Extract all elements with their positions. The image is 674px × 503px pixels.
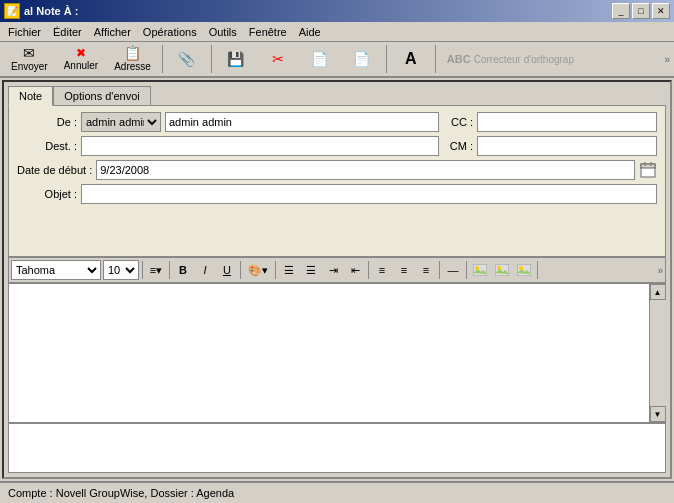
fontsize-icon: A xyxy=(405,51,417,67)
de-input[interactable] xyxy=(165,112,439,132)
scissors-button[interactable]: ✂ xyxy=(258,43,298,75)
dest-input[interactable] xyxy=(81,136,439,156)
app-icon: 📝 xyxy=(4,3,20,19)
cm-input[interactable] xyxy=(477,136,657,156)
indent-btn[interactable]: ⇥ xyxy=(323,260,343,280)
ordered-list-btn[interactable]: ☰ xyxy=(301,260,321,280)
close-button[interactable]: ✕ xyxy=(652,3,670,19)
scroll-track[interactable] xyxy=(650,300,666,406)
cc-input[interactable] xyxy=(477,112,657,132)
editor-textarea[interactable] xyxy=(9,284,649,422)
notes-area[interactable] xyxy=(8,423,666,473)
annuler-button[interactable]: ✖ Annuler xyxy=(57,43,105,75)
form-row-date: Date de début : xyxy=(17,160,657,180)
align-center-btn[interactable]: ≡ xyxy=(394,260,414,280)
format-toolbar-expander[interactable]: » xyxy=(657,265,663,276)
toolbar-expander[interactable]: » xyxy=(664,54,670,65)
svg-point-9 xyxy=(519,266,523,270)
editor-scrollbar: ▲ ▼ xyxy=(649,284,665,422)
calendar-icon[interactable] xyxy=(639,161,657,179)
image-btn3[interactable] xyxy=(514,260,534,280)
envoyer-label: Envoyer xyxy=(11,61,48,72)
menu-fenetre[interactable]: Fenêtre xyxy=(243,22,293,41)
toolbar-sep3 xyxy=(386,45,387,73)
align-left-btn[interactable]: ≡ xyxy=(372,260,392,280)
menu-outils[interactable]: Outils xyxy=(203,22,243,41)
paste-button[interactable]: 📄 xyxy=(342,43,382,75)
objet-input[interactable] xyxy=(81,184,657,204)
menu-aide[interactable]: Aide xyxy=(293,22,327,41)
unordered-list-btn[interactable]: ☰ xyxy=(279,260,299,280)
fontsize-button[interactable]: A xyxy=(391,43,431,75)
hrule-btn[interactable]: — xyxy=(443,260,463,280)
italic-button[interactable]: I xyxy=(195,260,215,280)
font-size-select[interactable]: 10 xyxy=(103,260,139,280)
copy-button[interactable]: 📄 xyxy=(300,43,340,75)
menu-afficher[interactable]: Afficher xyxy=(88,22,137,41)
titlebar-title: al Note À : xyxy=(24,5,78,17)
svg-rect-4 xyxy=(473,264,487,276)
fmt-sep7 xyxy=(466,261,467,279)
fmt-sep4 xyxy=(275,261,276,279)
outdent-btn[interactable]: ⇤ xyxy=(345,260,365,280)
align-right-btn[interactable]: ≡ xyxy=(416,260,436,280)
svg-rect-2 xyxy=(644,162,646,166)
menu-editer[interactable]: Éditer xyxy=(47,22,88,41)
date-label: Date de début : xyxy=(17,164,92,176)
adresse-label: Adresse xyxy=(114,61,151,72)
toolbar: ✉ Envoyer ✖ Annuler 📋 Adresse 📎 💾 ✂ 📄 📄 … xyxy=(0,42,674,78)
fmt-sep3 xyxy=(240,261,241,279)
paste-icon: 📄 xyxy=(353,52,370,66)
image-btn2[interactable] xyxy=(492,260,512,280)
fmt-sep6 xyxy=(439,261,440,279)
attach-icon: 📎 xyxy=(178,52,195,66)
form-row-dest: Dest. : CM : xyxy=(17,136,657,156)
envoyer-button[interactable]: ✉ Envoyer xyxy=(4,43,55,75)
de-label: De : xyxy=(17,116,77,128)
objet-label: Objet : xyxy=(17,188,77,200)
menu-operations[interactable]: Opérations xyxy=(137,22,203,41)
maximize-button[interactable]: □ xyxy=(632,3,650,19)
spell-icon: ABC xyxy=(447,54,471,65)
fmt-sep2 xyxy=(169,261,170,279)
tabs-row: Note Options d'envoi xyxy=(4,82,670,105)
bold-button[interactable]: B xyxy=(173,260,193,280)
titlebar-left: 📝 al Note À : xyxy=(4,3,78,19)
spell-label: Correcteur d'orthograp xyxy=(474,54,574,65)
form-row-de: De : admin admin CC : xyxy=(17,112,657,132)
font-name-select[interactable]: Tahoma xyxy=(11,260,101,280)
minimize-button[interactable]: _ xyxy=(612,3,630,19)
statusbar: Compte : Novell GroupWise, Dossier : Age… xyxy=(0,481,674,503)
align-dropdown-btn[interactable]: ≡▾ xyxy=(146,260,166,280)
scroll-down-arrow[interactable]: ▼ xyxy=(650,406,666,422)
editor-container: ▲ ▼ xyxy=(8,283,666,423)
underline-button[interactable]: U xyxy=(217,260,237,280)
image-btn1[interactable] xyxy=(470,260,490,280)
save-button[interactable]: 💾 xyxy=(216,43,256,75)
fmt-sep8 xyxy=(537,261,538,279)
titlebar: 📝 al Note À : _ □ ✕ xyxy=(0,0,674,22)
menubar: Fichier Éditer Afficher Opérations Outil… xyxy=(0,22,674,42)
menu-fichier[interactable]: Fichier xyxy=(2,22,47,41)
scroll-up-arrow[interactable]: ▲ xyxy=(650,284,666,300)
attach-button[interactable]: 📎 xyxy=(167,43,207,75)
toolbar-sep1 xyxy=(162,45,163,73)
fmt-sep5 xyxy=(368,261,369,279)
spell-button[interactable]: ABC Correcteur d'orthograp xyxy=(440,43,581,75)
date-input[interactable] xyxy=(96,160,635,180)
main-window: Note Options d'envoi De : admin admin CC… xyxy=(2,80,672,479)
de-select[interactable]: admin admin xyxy=(81,112,161,132)
adresse-button[interactable]: 📋 Adresse xyxy=(107,43,158,75)
scissors-icon: ✂ xyxy=(272,52,284,66)
cc-label: CC : xyxy=(443,116,473,128)
color-button[interactable]: 🎨▾ xyxy=(244,260,272,280)
toolbar-sep2 xyxy=(211,45,212,73)
envoyer-icon: ✉ xyxy=(23,46,35,60)
fmt-sep1 xyxy=(142,261,143,279)
dest-label: Dest. : xyxy=(17,140,77,152)
tab-note[interactable]: Note xyxy=(8,86,53,106)
statusbar-text: Compte : Novell GroupWise, Dossier : Age… xyxy=(8,487,234,499)
save-icon: 💾 xyxy=(227,52,244,66)
annuler-icon: ✖ xyxy=(76,47,86,59)
tab-options[interactable]: Options d'envoi xyxy=(53,86,150,105)
